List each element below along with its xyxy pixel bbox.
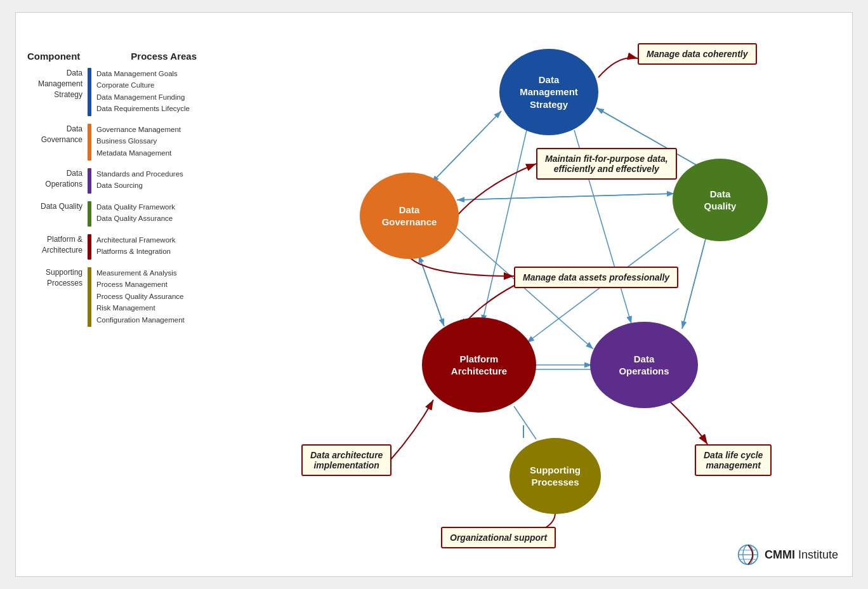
legend-color-bar xyxy=(88,234,91,260)
legend-component-name: Data Quality xyxy=(27,201,88,212)
legend-color-bar xyxy=(88,267,91,327)
cmmi-text: CMMI Institute xyxy=(765,548,838,562)
legend-process-list: Governance Management Business Glossary … xyxy=(96,124,181,159)
svg-line-12 xyxy=(457,194,674,200)
legend-color-bar xyxy=(88,124,91,161)
callout-c4: Data architectureimplementation xyxy=(301,444,391,476)
cmmi-globe-icon xyxy=(737,543,760,566)
legend-component-name: Supporting Processes xyxy=(27,267,88,289)
callout-c5: Data life cyclemanagement xyxy=(695,444,772,476)
diagram-node-dms: DataManagementStrategy xyxy=(499,49,598,135)
legend-process-list: Data Management Goals Corporate Culture … xyxy=(96,68,190,115)
legend-item: Data QualityData Quality Framework Data … xyxy=(27,201,262,227)
callout-c1: Manage data coherently xyxy=(638,43,757,65)
legend-component-name: Data Operations xyxy=(27,168,88,190)
svg-line-7 xyxy=(482,130,527,322)
legend-component-name: Data Management Strategy xyxy=(27,68,88,100)
legend-process-list: Architectural Framework Platforms & Inte… xyxy=(96,234,176,258)
legend-item: Data Management StrategyData Management … xyxy=(27,68,262,116)
svg-line-3 xyxy=(431,111,501,183)
callout-c3: Manage data assets professionally xyxy=(514,267,678,288)
svg-line-13 xyxy=(457,194,674,200)
component-header: Component xyxy=(27,51,80,62)
diagram-node-dq: DataQuality xyxy=(673,159,768,241)
legend-color-bar xyxy=(88,168,91,194)
callout-c6: Organizational support xyxy=(441,527,556,548)
cmmi-logo: CMMI Institute xyxy=(737,543,838,566)
legend-process-list: Measurement & Analysis Process Managemen… xyxy=(96,267,185,326)
legend-item: Platform & ArchitectureArchitectural Fra… xyxy=(27,234,262,260)
legend-component-name: Data Governance xyxy=(27,124,88,145)
legend-header: Component Process Areas xyxy=(27,51,262,62)
svg-line-4 xyxy=(431,111,501,183)
svg-line-10 xyxy=(419,255,444,326)
legend-item: Data GovernanceGovernance Management Bus… xyxy=(27,124,262,161)
diagram-node-do: DataOperations xyxy=(590,322,698,408)
legend-process-list: Data Quality Framework Data Quality Assu… xyxy=(96,201,175,225)
svg-line-15 xyxy=(682,232,707,329)
svg-line-19 xyxy=(514,406,536,439)
diagram-node-sp: SupportingProcesses xyxy=(510,438,601,514)
legend-color-bar xyxy=(88,68,91,116)
legend-component-name: Platform & Architecture xyxy=(27,234,88,256)
legend: Component Process Areas Data Management … xyxy=(27,51,262,334)
svg-line-9 xyxy=(419,255,444,326)
callout-c2: Maintain fit-for-purpose data,efficientl… xyxy=(536,148,677,180)
diagram-node-dg: DataGovernance xyxy=(360,173,459,259)
slide: Component Process Areas Data Management … xyxy=(15,12,853,577)
svg-line-14 xyxy=(682,232,707,329)
legend-process-list: Standards and Procedures Data Sourcing xyxy=(96,168,183,192)
legend-item: Data OperationsStandards and Procedures … xyxy=(27,168,262,194)
legend-color-bar xyxy=(88,201,91,227)
diagram: DataManagementStrategyDataGovernanceData… xyxy=(263,13,853,577)
process-areas-header: Process Areas xyxy=(131,51,197,62)
diagram-node-pa: PlatformArchitecture xyxy=(422,317,536,413)
legend-item: Supporting ProcessesMeasurement & Analys… xyxy=(27,267,262,327)
